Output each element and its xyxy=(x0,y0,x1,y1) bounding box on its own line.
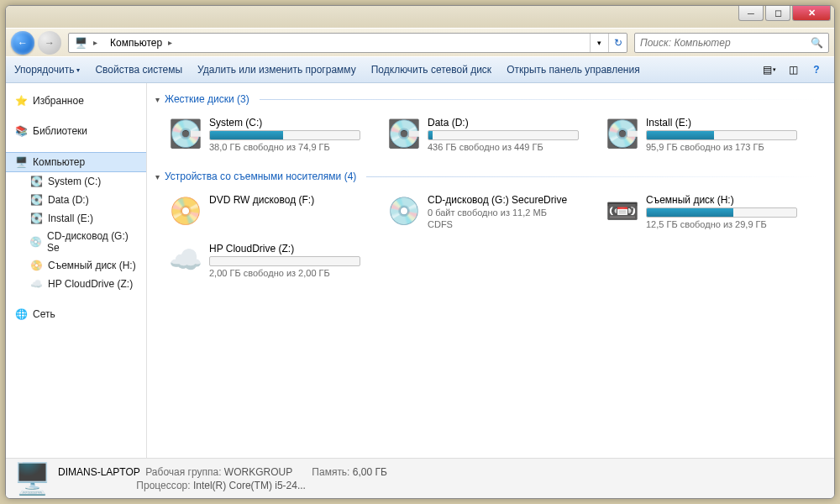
chevron-down-icon: ▾ xyxy=(76,66,80,74)
search-input[interactable] xyxy=(640,37,810,49)
search-box[interactable]: 🔍 xyxy=(634,33,829,53)
pane-icon: ◫ xyxy=(789,64,798,76)
computer-icon: 🖥️ xyxy=(74,36,87,50)
hdd-icon: 💽 xyxy=(387,118,421,150)
drive-label: Съемный диск (H:) xyxy=(646,194,809,206)
system-properties-button[interactable]: Свойства системы xyxy=(95,64,182,76)
group-title: Жесткие диски (3) xyxy=(165,93,249,105)
drive-cloud-z[interactable]: ☁️ HP CloudDrive (Z:) 2,00 ГБ свободно и… xyxy=(165,239,375,281)
view-options-button[interactable]: ▤▾ xyxy=(760,60,779,79)
drive-install-e[interactable]: 💽 Install (E:) 95,9 ГБ свободно из 173 Г… xyxy=(602,113,812,155)
hdd-icon: 💽 xyxy=(606,118,639,150)
group-header-hdd[interactable]: ▾ Жесткие диски (3) xyxy=(150,90,822,108)
drive-label: HP CloudDrive (Z:) xyxy=(209,243,372,255)
cpu-value: Intel(R) Core(TM) i5-24... xyxy=(193,480,306,491)
hdd-icon: 💽 xyxy=(29,193,43,207)
sidebar-favorites[interactable]: ⭐Избранное xyxy=(6,92,146,110)
drive-system-c[interactable]: 💽 System (C:) 38,0 ГБ свободно из 74,9 Г… xyxy=(165,113,375,155)
filesystem-text: CDFS xyxy=(428,219,591,229)
network-icon: 🌐 xyxy=(14,307,28,321)
back-button[interactable]: ← xyxy=(11,31,34,55)
drive-cd-g[interactable]: 💿 CD-дисковод (G:) SecureDrive 0 байт св… xyxy=(384,191,594,233)
computer-large-icon: 🖥️ xyxy=(13,461,51,496)
address-dropdown-button[interactable]: ▾ xyxy=(590,34,608,52)
free-space-text: 38,0 ГБ свободно из 74,9 ГБ xyxy=(209,142,372,152)
capacity-bar xyxy=(646,207,797,218)
map-network-drive-button[interactable]: Подключить сетевой диск xyxy=(371,64,491,76)
cloud-drive-icon: ☁️ xyxy=(169,244,202,276)
titlebar: ─ ◻ ✕ xyxy=(6,6,834,28)
drive-removable-h[interactable]: 📼 Съемный диск (H:) 12,5 ГБ свободно из … xyxy=(602,191,812,233)
cd-icon: 💿 xyxy=(29,235,42,249)
capacity-bar xyxy=(209,256,360,266)
capacity-bar xyxy=(646,130,797,140)
free-space-text: 95,9 ГБ свободно из 173 ГБ xyxy=(646,142,809,152)
hdd-icon: 💽 xyxy=(29,212,43,225)
drive-data-d[interactable]: 💽 Data (D:) 436 ГБ свободно из 449 ГБ xyxy=(384,113,594,155)
address-bar[interactable]: 🖥️ ▸ Компьютер ▸ ▾ ↻ xyxy=(68,33,627,53)
free-space-text: 436 ГБ свободно из 449 ГБ xyxy=(428,142,591,152)
navigation-pane: ⭐Избранное 📚Библиотеки 🖥️Компьютер 💽Syst… xyxy=(6,83,147,458)
memory-label: Память: xyxy=(312,466,349,478)
command-bar: Упорядочить ▾ Свойства системы Удалить и… xyxy=(6,56,834,83)
group-removable: ▾ Устройства со съемными носителями (4) … xyxy=(150,167,822,281)
refresh-icon: ↻ xyxy=(614,37,622,49)
uninstall-program-button[interactable]: Удалить или изменить программу xyxy=(197,64,356,76)
explorer-window: ─ ◻ ✕ ← → 🖥️ ▸ Компьютер ▸ ▾ ↻ 🔍 xyxy=(5,5,835,499)
dvd-icon: 📀 xyxy=(169,195,202,227)
sidebar-drive-g[interactable]: 💿CD-дисковод (G:) Se xyxy=(6,228,146,256)
maximize-button[interactable]: ◻ xyxy=(765,6,790,21)
workgroup-value: WORKGROUP xyxy=(224,466,292,478)
nav-bar: ← → 🖥️ ▸ Компьютер ▸ ▾ ↻ 🔍 xyxy=(6,28,834,56)
cd-icon: 💿 xyxy=(387,195,421,227)
open-control-panel-button[interactable]: Открыть панель управления xyxy=(507,64,640,76)
capacity-bar xyxy=(428,130,579,140)
details-pane: 🖥️ DIMANS-LAPTOP Рабочая группа: WORKGRO… xyxy=(6,458,834,498)
help-button[interactable]: ? xyxy=(807,60,826,79)
free-space-text: 12,5 ГБ свободно из 29,9 ГБ xyxy=(646,219,809,229)
organize-button[interactable]: Упорядочить ▾ xyxy=(14,64,80,76)
computer-name: DIMANS-LAPTOP xyxy=(58,466,140,478)
libraries-icon: 📚 xyxy=(14,124,28,138)
minimize-button[interactable]: ─ xyxy=(738,6,764,21)
group-hard-disks: ▾ Жесткие диски (3) 💽 System (C:) 38,0 Г… xyxy=(150,90,822,155)
usb-drive-icon: 📼 xyxy=(606,195,639,227)
workgroup-label: Рабочая группа: xyxy=(145,466,221,478)
arrow-right-icon: → xyxy=(45,37,55,49)
sidebar-drive-z[interactable]: ☁️HP CloudDrive (Z:) xyxy=(6,275,146,293)
usb-icon: 📀 xyxy=(29,259,43,272)
memory-value: 6,00 ГБ xyxy=(353,466,387,478)
breadcrumb-root[interactable]: 🖥️ ▸ xyxy=(69,34,105,52)
sidebar-drive-c[interactable]: 💽System (C:) xyxy=(6,172,146,191)
drive-label: CD-дисковод (G:) SecureDrive xyxy=(428,194,591,206)
chevron-down-icon: ▾ xyxy=(597,39,601,47)
group-header-removable[interactable]: ▾ Устройства со съемными носителями (4) xyxy=(150,167,822,186)
hdd-icon: 💽 xyxy=(169,118,202,150)
sidebar-computer[interactable]: 🖥️Компьютер xyxy=(6,152,146,172)
breadcrumb-label: Компьютер xyxy=(110,37,162,49)
content-area: ▾ Жесткие диски (3) 💽 System (C:) 38,0 Г… xyxy=(147,83,834,458)
free-space-text: 2,00 ГБ свободно из 2,00 ГБ xyxy=(209,268,372,278)
drive-dvd-f[interactable]: 📀 DVD RW дисковод (F:) xyxy=(165,191,375,233)
close-button[interactable]: ✕ xyxy=(792,6,831,21)
collapse-icon: ▾ xyxy=(155,172,160,181)
sidebar-drive-e[interactable]: 💽Install (E:) xyxy=(6,209,146,228)
chevron-down-icon: ▾ xyxy=(773,66,776,73)
star-icon: ⭐ xyxy=(14,94,28,108)
sidebar-drive-h[interactable]: 📀Съемный диск (H:) xyxy=(6,256,146,275)
sidebar-libraries[interactable]: 📚Библиотеки xyxy=(6,122,146,140)
drive-label: System (C:) xyxy=(209,117,372,129)
help-icon: ? xyxy=(813,64,819,76)
collapse-icon: ▾ xyxy=(155,95,160,104)
hdd-icon: 💽 xyxy=(29,175,43,188)
computer-icon: 🖥️ xyxy=(14,155,28,169)
search-icon: 🔍 xyxy=(810,36,823,50)
capacity-bar xyxy=(209,130,360,140)
breadcrumb-computer[interactable]: Компьютер ▸ xyxy=(105,34,180,52)
refresh-button[interactable]: ↻ xyxy=(608,34,627,52)
sidebar-drive-d[interactable]: 💽Data (D:) xyxy=(6,191,146,209)
cloud-icon: ☁️ xyxy=(29,277,43,291)
sidebar-network[interactable]: 🌐Сеть xyxy=(6,305,146,323)
forward-button[interactable]: → xyxy=(38,31,61,55)
preview-pane-button[interactable]: ◫ xyxy=(784,60,802,79)
